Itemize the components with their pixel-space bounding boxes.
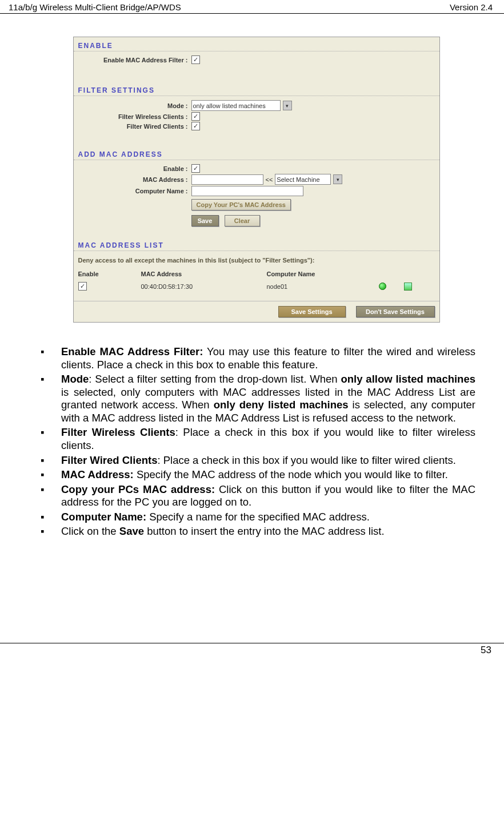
chevron-down-icon[interactable]: ▾ (333, 174, 342, 184)
section-add-title: ADD MAC ADDRESS (74, 146, 439, 160)
row-name: node01 (267, 283, 370, 290)
filter-wired-checkbox[interactable]: ✓ (191, 122, 200, 130)
dont-save-settings-button[interactable]: Don't Save Settings (356, 306, 435, 317)
col-mac: MAC Address (141, 271, 267, 277)
table-header: Enable MAC Address Computer Name (74, 268, 439, 280)
mode-select[interactable]: only allow listed machines (191, 100, 281, 111)
mode-label: Mode : (74, 102, 191, 109)
select-machine-dropdown[interactable]: Select Machine (275, 174, 331, 185)
list-item: ▪ Click on the Save button to insert the… (37, 525, 475, 538)
computer-name-label: Computer Name : (74, 188, 191, 194)
copy-pc-mac-button[interactable]: Copy Your PC's MAC Address (191, 199, 291, 210)
list-item: ▪ Mode: Select a filter setting from the… (37, 373, 475, 424)
section-enable-title: ENABLE (74, 37, 439, 51)
add-enable-label: Enable : (74, 165, 191, 172)
filter-wired-label: Filter Wired Clients : (74, 123, 191, 130)
col-name: Computer Name (267, 271, 370, 277)
config-panel: ENABLE Enable MAC Address Filter : ✓ FIL… (73, 37, 440, 323)
edit-icon[interactable] (404, 283, 412, 291)
header-right: Version 2.4 (450, 2, 493, 12)
enable-mac-filter-checkbox[interactable]: ✓ (191, 55, 200, 64)
enable-mac-filter-label: Enable MAC Address Filter : (74, 57, 191, 63)
mac-gap-label: << (266, 176, 273, 183)
mac-address-input[interactable] (191, 174, 263, 185)
list-item: ▪ Filter Wireless Clients: Place a check… (37, 426, 475, 452)
page-number: 53 (0, 643, 504, 661)
page-header: 11a/b/g Wireless Multi-Client Bridge/AP/… (0, 0, 504, 14)
clear-button[interactable]: Clear (225, 215, 260, 226)
section-filter-title: FILTER SETTINGS (74, 82, 439, 96)
mac-address-label: MAC Address : (74, 176, 191, 183)
description-list: ▪ Enable MAC Address Filter: You may use… (37, 345, 475, 538)
list-note: Deny access to all except the machines i… (74, 255, 439, 268)
list-item: ▪ Filter Wired Clients: Place a check in… (37, 454, 475, 467)
chevron-down-icon[interactable]: ▾ (283, 101, 292, 110)
status-dot-icon[interactable] (379, 283, 386, 290)
filter-wireless-label: Filter Wireless Clients : (74, 113, 191, 120)
list-item: ▪ Enable MAC Address Filter: You may use… (37, 345, 475, 371)
row-mac: 00:40:D0:58:17:30 (141, 283, 267, 290)
computer-name-input[interactable] (191, 186, 303, 196)
row-enable-checkbox[interactable]: ✓ (78, 282, 87, 291)
section-list-title: MAC ADDRESS LIST (74, 237, 439, 251)
table-row: ✓ 00:40:D0:58:17:30 node01 (74, 280, 439, 299)
list-item: ▪ Computer Name: Specify a name for the … (37, 511, 475, 524)
select-machine-value: Select Machine (277, 176, 319, 183)
save-settings-button[interactable]: Save Settings (278, 306, 346, 317)
save-button[interactable]: Save (191, 215, 219, 226)
header-left: 11a/b/g Wireless Multi-Client Bridge/AP/… (9, 2, 181, 12)
list-item: ▪ Copy your PCs MAC address: Click on th… (37, 483, 475, 509)
col-enable: Enable (78, 271, 141, 277)
list-item: ▪ MAC Address: Specify the MAC address o… (37, 468, 475, 482)
mode-select-value: only allow listed machines (193, 102, 266, 109)
filter-wireless-checkbox[interactable]: ✓ (191, 112, 200, 121)
add-enable-checkbox[interactable]: ✓ (191, 164, 200, 173)
